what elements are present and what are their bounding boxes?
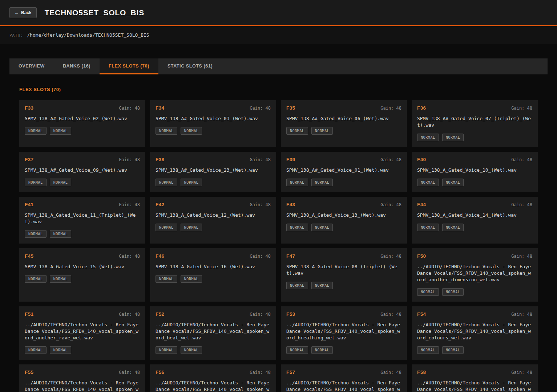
- slot-badges: NORMALNORMAL: [417, 346, 532, 354]
- flex-slot-card[interactable]: F50 Gain: 48 ../AUDIO/TECHNO/Techno Voca…: [412, 248, 538, 302]
- normal-badge: NORMAL: [417, 346, 439, 354]
- flex-slot-card[interactable]: F57 Gain: 48 ../AUDIO/TECHNO/Techno Voca…: [281, 364, 407, 392]
- slot-badges: NORMALNORMAL: [156, 275, 271, 283]
- slot-filename: SPMV_138_A#_Gated_Voice_02_(Wet).wav: [25, 115, 140, 122]
- slot-card-header: F41 Gain: 48: [25, 202, 140, 207]
- back-button-label: Back: [21, 10, 32, 15]
- normal-badge: NORMAL: [181, 179, 202, 186]
- slot-gain: Gain: 48: [511, 106, 532, 111]
- flex-slot-card[interactable]: F47 Gain: 48 SPMV_138_A_Gated_Voice_08_(…: [281, 248, 407, 302]
- slot-badges: NORMALNORMAL: [25, 275, 140, 283]
- flex-slot-card[interactable]: F51 Gain: 48 ../AUDIO/TECHNO/Techno Voca…: [19, 306, 145, 360]
- slot-gain: Gain: 48: [119, 157, 140, 162]
- slot-filename: ../AUDIO/TECHNO/Techno Vocals - Ren Faye…: [156, 322, 271, 341]
- normal-badge: NORMAL: [286, 282, 308, 289]
- slot-filename: SPMV_138_A#_Gated_Voice_06_(Wet).wav: [286, 115, 401, 122]
- tabbar: OVERVIEW BANKS (16) FLEX SLOTS (70) STAT…: [9, 58, 548, 74]
- slot-gain: Gain: 48: [250, 157, 271, 162]
- flex-slot-card[interactable]: F56 Gain: 48 ../AUDIO/TECHNO/Techno Voca…: [150, 364, 276, 392]
- normal-badge: NORMAL: [417, 288, 439, 296]
- path-label: PATH:: [9, 33, 23, 38]
- normal-badge: NORMAL: [286, 179, 308, 186]
- tab-flex-slots-70[interactable]: FLEX SLOTS (70): [100, 58, 158, 74]
- slot-filename: SPMV_138_A_Gated_Voice_13_(Wet).wav: [286, 212, 401, 219]
- slot-gain: Gain: 48: [380, 312, 401, 317]
- slot-gain: Gain: 48: [119, 254, 140, 259]
- flex-slots-section: FLEX SLOTS (70) F33 Gain: 48 SPMV_138_A#…: [9, 87, 548, 392]
- flex-slot-card[interactable]: F37 Gain: 48 SPMV_138_A#_Gated_Voice_09_…: [19, 152, 145, 192]
- slot-gain: Gain: 48: [119, 202, 140, 207]
- path-bar: PATH: /home/dferlay/Downloads/TECHNO5SET…: [0, 26, 557, 44]
- flex-slot-card[interactable]: F42 Gain: 48 SPMV_138_A_Gated_Voice_12_(…: [150, 197, 276, 244]
- normal-badge: NORMAL: [311, 224, 333, 231]
- slot-filename: SPMV_138_A#_Gated_Voice_01_(Wet).wav: [286, 167, 401, 173]
- flex-slot-card[interactable]: F38 Gain: 48 SPMV_138_A#_Gated_Voice_23_…: [150, 152, 276, 192]
- slot-filename: SPMV_138_A_Gated_Voice_14_(Wet).wav: [417, 212, 532, 219]
- slot-card-header: F50 Gain: 48: [417, 253, 532, 259]
- flex-slots-grid: F33 Gain: 48 SPMV_138_A#_Gated_Voice_02_…: [19, 100, 538, 392]
- back-button[interactable]: ← Back: [9, 7, 37, 18]
- slot-filename: SPMV_138_A_Gated_Voice_12_(Wet).wav: [156, 212, 271, 219]
- flex-slot-card[interactable]: F44 Gain: 48 SPMV_138_A_Gated_Voice_14_(…: [412, 197, 538, 244]
- normal-badge: NORMAL: [25, 275, 47, 283]
- slot-gain: Gain: 48: [250, 202, 271, 207]
- flex-slot-card[interactable]: F39 Gain: 48 SPMV_138_A#_Gated_Voice_01_…: [281, 152, 407, 192]
- slot-filename: ../AUDIO/TECHNO/Techno Vocals - Ren Faye…: [417, 322, 532, 341]
- slot-id: F33: [25, 105, 33, 111]
- normal-badge: NORMAL: [181, 346, 202, 354]
- path-value: /home/dferlay/Downloads/TECHNO5SET_SOLO_…: [27, 32, 149, 38]
- flex-slot-card[interactable]: F43 Gain: 48 SPMV_138_A_Gated_Voice_13_(…: [281, 197, 407, 244]
- slot-gain: Gain: 48: [511, 202, 532, 207]
- slot-id: F42: [156, 202, 164, 207]
- flex-slot-card[interactable]: F41 Gain: 48 SPMV_138_A_Gated_Voice_11_(…: [19, 197, 145, 244]
- slot-filename: ../AUDIO/TECHNO/Techno Vocals - Ren Faye…: [25, 322, 140, 341]
- slot-filename: SPMV_138_A#_Gated_Voice_23_(Wet).wav: [156, 167, 271, 173]
- slot-gain: Gain: 48: [119, 106, 140, 111]
- slot-filename: ../AUDIO/TECHNO/Techno Vocals - Ren Faye…: [156, 380, 271, 392]
- flex-slot-card[interactable]: F53 Gain: 48 ../AUDIO/TECHNO/Techno Voca…: [281, 306, 407, 360]
- slot-card-header: F56 Gain: 48: [156, 369, 271, 375]
- slot-card-header: F43 Gain: 48: [286, 202, 401, 207]
- flex-slot-card[interactable]: F55 Gain: 48 ../AUDIO/TECHNO/Techno Voca…: [19, 364, 145, 392]
- slot-id: F56: [156, 369, 164, 375]
- slot-card-header: F54 Gain: 48: [417, 311, 532, 317]
- flex-slot-card[interactable]: F33 Gain: 48 SPMV_138_A#_Gated_Voice_02_…: [19, 100, 145, 147]
- flex-slot-card[interactable]: F45 Gain: 48 SPMV_138_A_Gated_Voice_15_(…: [19, 248, 145, 302]
- slot-id: F43: [286, 202, 295, 207]
- slot-gain: Gain: 48: [511, 157, 532, 162]
- flex-slot-card[interactable]: F54 Gain: 48 ../AUDIO/TECHNO/Techno Voca…: [412, 306, 538, 360]
- slot-id: F35: [286, 105, 295, 111]
- normal-badge: NORMAL: [50, 230, 72, 238]
- slot-badges: NORMALNORMAL: [25, 127, 140, 135]
- flex-slot-card[interactable]: F36 Gain: 48 SPMV_138_A#_Gated_Voice_07_…: [412, 100, 538, 147]
- slot-badges: NORMALNORMAL: [417, 179, 532, 186]
- normal-badge: NORMAL: [50, 179, 72, 186]
- flex-slot-card[interactable]: F40 Gain: 48 SPMV_138_A_Gated_Voice_10_(…: [412, 152, 538, 192]
- slot-card-header: F57 Gain: 48: [286, 369, 401, 375]
- slot-filename: SPMV_138_A_Gated_Voice_15_(Wet).wav: [25, 264, 140, 270]
- slot-id: F39: [286, 157, 295, 162]
- slot-card-header: F47 Gain: 48: [286, 253, 401, 259]
- slot-filename: SPMV_138_A#_Gated_Voice_09_(Wet).wav: [25, 167, 140, 173]
- tab-banks-16[interactable]: BANKS (16): [54, 58, 100, 74]
- flex-slot-card[interactable]: F52 Gain: 48 ../AUDIO/TECHNO/Techno Voca…: [150, 306, 276, 360]
- slot-gain: Gain: 48: [511, 312, 532, 317]
- page-title: TECHNO5SET_SOLO_BIS: [45, 8, 144, 17]
- slot-id: F52: [156, 311, 164, 317]
- tab-overview[interactable]: OVERVIEW: [9, 58, 54, 74]
- slot-badges: NORMALNORMAL: [25, 230, 140, 238]
- flex-slot-card[interactable]: F34 Gain: 48 SPMV_138_A#_Gated_Voice_03_…: [150, 100, 276, 147]
- normal-badge: NORMAL: [181, 224, 202, 231]
- normal-badge: NORMAL: [417, 224, 439, 231]
- slot-id: F38: [156, 157, 164, 162]
- tab-static-slots-61[interactable]: STATIC SLOTS (61): [158, 58, 222, 74]
- flex-slot-card[interactable]: F46 Gain: 48 SPMV_138_A_Gated_Voice_16_(…: [150, 248, 276, 302]
- flex-slot-card[interactable]: F58 Gain: 48 ../AUDIO/TECHNO/Techno Voca…: [412, 364, 538, 392]
- normal-badge: NORMAL: [25, 230, 47, 238]
- flex-slot-card[interactable]: F35 Gain: 48 SPMV_138_A#_Gated_Voice_06_…: [281, 100, 407, 147]
- main-content: OVERVIEW BANKS (16) FLEX SLOTS (70) STAT…: [0, 44, 557, 392]
- slot-card-header: F53 Gain: 48: [286, 311, 401, 317]
- slot-id: F37: [25, 157, 33, 162]
- slot-id: F40: [417, 157, 426, 162]
- normal-badge: NORMAL: [156, 224, 177, 231]
